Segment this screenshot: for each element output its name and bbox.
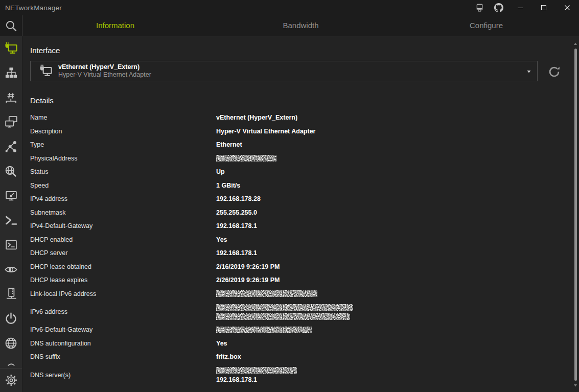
sidebar-item-ip-scanner[interactable] xyxy=(0,61,22,85)
sidebar-item-putty[interactable] xyxy=(0,233,22,257)
detail-label: Description xyxy=(30,128,216,135)
terminal-prompt-icon xyxy=(5,214,17,226)
detail-label: IPv4 address xyxy=(30,195,216,202)
globe-search-icon xyxy=(5,165,17,178)
detail-label: DNS autconfiguration xyxy=(30,340,216,347)
table-row: DNS autconfigurationYes xyxy=(30,337,565,351)
detail-label: DHCP lease expires xyxy=(30,276,216,284)
table-row: DNS server(s)192.168.178.1 xyxy=(30,364,565,386)
scrollbar-thumb[interactable] xyxy=(574,49,577,381)
sidebar-collapse-button[interactable] xyxy=(0,356,22,368)
sidebar-item-dns-lookup[interactable] xyxy=(0,159,22,183)
detail-value: 192.168.178.28 xyxy=(216,192,565,206)
interface-name: vEthernet (HyperV_Extern) xyxy=(58,63,151,71)
detail-value: 192.168.178.1 xyxy=(216,366,565,384)
computers-icon xyxy=(5,116,17,128)
detail-label: IPv4-Default-Gateway xyxy=(30,222,216,229)
redacted-value xyxy=(216,323,565,337)
docs-icon xyxy=(475,4,484,12)
detail-value: Ethernet xyxy=(216,138,565,152)
sidebar-item-powershell[interactable] xyxy=(0,208,22,233)
main-content: Interface vEthernet (HyperV_Extern) Hype… xyxy=(23,36,579,392)
maximize-button[interactable] xyxy=(532,0,555,15)
search-icon xyxy=(5,19,18,33)
share-nodes-icon xyxy=(5,141,17,153)
redacted-value xyxy=(216,287,565,301)
tab-bar: InformationBandwidthConfigure xyxy=(22,15,579,36)
detail-value: 1 GBit/s xyxy=(216,179,565,193)
maximize-icon xyxy=(541,5,547,11)
sidebar-bottom xyxy=(0,356,22,392)
sidebar-item-ping[interactable] xyxy=(0,110,22,134)
detail-value: 2/16/2019 9:26:19 PM xyxy=(216,260,565,274)
sidebar-item-port-scanner[interactable] xyxy=(0,85,22,110)
sidebar-item-remote-desktop[interactable] xyxy=(0,183,22,208)
detail-label: Status xyxy=(30,168,216,175)
detail-label: Subnetmask xyxy=(30,209,216,216)
detail-value: 255.255.255.0 xyxy=(216,206,565,220)
detail-value xyxy=(216,152,565,166)
interface-select[interactable]: vEthernet (HyperV_Extern) Hyper-V Virtua… xyxy=(30,61,538,81)
table-row: DHCP lease expires2/26/2019 9:26:19 PM xyxy=(30,273,565,287)
table-row: DNS suffixfritz.box xyxy=(30,350,565,364)
minimize-button[interactable] xyxy=(508,0,532,15)
tab-information[interactable]: Information xyxy=(22,15,208,36)
sidebar-item-snmp[interactable] xyxy=(0,282,22,306)
sidebar-item-discovery[interactable] xyxy=(0,257,22,282)
sidebar-item-network-interface[interactable] xyxy=(0,36,22,61)
detail-value: vEthernet (HyperV_Extern) xyxy=(216,111,565,125)
scroll-down-icon[interactable] xyxy=(574,384,577,387)
detail-value-text: 192.168.178.1 xyxy=(216,375,565,384)
sidebar-item-traceroute[interactable] xyxy=(0,134,22,159)
detail-value-text: 2/16/2019 9:26:19 PM xyxy=(216,260,565,274)
settings-gear-icon xyxy=(5,374,17,386)
detail-value-text: 192.168.178.28 xyxy=(216,192,565,206)
close-icon xyxy=(564,5,570,11)
github-button[interactable] xyxy=(489,0,508,15)
remote-desktop-icon xyxy=(5,190,17,202)
network-interface-icon xyxy=(39,64,53,78)
detail-value: 2/26/2019 9:26:19 PM xyxy=(216,273,565,287)
network-interface-icon xyxy=(5,42,18,55)
table-row: DHCP server192.168.178.1 xyxy=(30,246,565,260)
table-row: IPv4 address192.168.178.28 xyxy=(30,192,565,206)
docs-button[interactable] xyxy=(470,0,489,15)
eye-icon xyxy=(5,263,17,276)
refresh-icon xyxy=(548,65,561,78)
sidebar-search-button[interactable] xyxy=(0,15,22,36)
sidebar-item-whois[interactable] xyxy=(0,331,22,355)
detail-value: 192.168.178.1 xyxy=(216,246,565,260)
detail-label: DNS suffix xyxy=(30,353,216,360)
detail-value xyxy=(216,323,565,337)
refresh-button[interactable] xyxy=(546,64,562,79)
tab-configure[interactable]: Configure xyxy=(393,15,579,36)
table-row: TypeEthernet xyxy=(30,138,565,152)
detail-label: Speed xyxy=(30,182,216,189)
detail-label: DHCP enabled xyxy=(30,236,216,243)
github-icon xyxy=(494,3,503,12)
detail-value-text: Ethernet xyxy=(216,138,565,152)
detail-value-text: Yes xyxy=(216,337,565,351)
tab-bandwidth[interactable]: Bandwidth xyxy=(208,15,393,36)
redacted-value xyxy=(216,152,565,166)
detail-label: DHCP server xyxy=(30,249,216,257)
titlebar-buttons xyxy=(470,0,579,15)
close-button[interactable] xyxy=(555,0,579,15)
sitemap-icon xyxy=(5,67,17,79)
sidebar-item-wake-on-lan[interactable] xyxy=(0,306,22,331)
table-row: Link-local IPv6 address xyxy=(30,287,565,301)
detail-value-text: fritz.box xyxy=(216,350,565,364)
detail-label: PhysicalAddress xyxy=(30,155,216,162)
scroll-up-icon[interactable] xyxy=(574,42,577,45)
detail-value-text: 2/26/2019 9:26:19 PM xyxy=(216,273,565,287)
detail-label: Name xyxy=(30,114,216,121)
settings-button[interactable] xyxy=(0,368,22,392)
redacted-value xyxy=(216,303,565,312)
detail-value-text: Hyper-V Virtual Ethernet Adapter xyxy=(216,125,565,139)
terminal-window-icon xyxy=(5,239,17,251)
interface-description: Hyper-V Virtual Ethernet Adapter xyxy=(58,71,151,79)
sidebar xyxy=(0,36,22,392)
table-row: IPv4-Default-Gateway192.168.178.1 xyxy=(30,219,565,233)
table-row: IPv6-Default-Gateway xyxy=(30,323,565,337)
detail-label: DHCP lease obtained xyxy=(30,263,216,270)
